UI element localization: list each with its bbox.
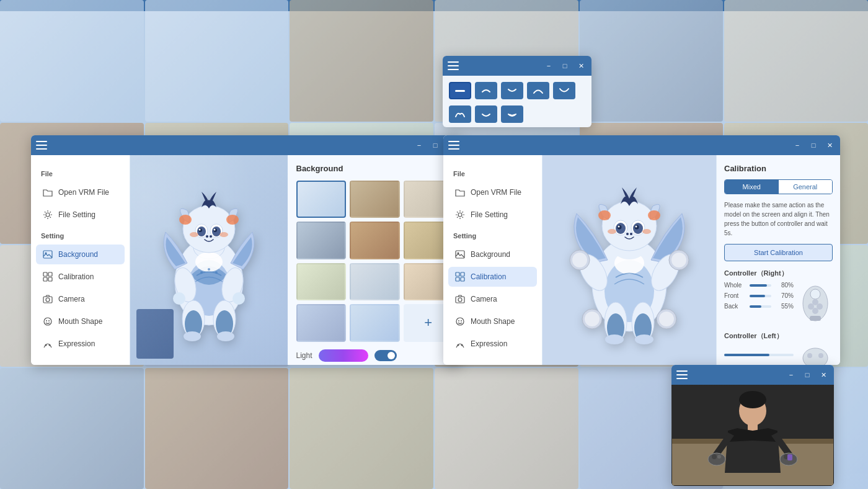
mouth-shape-item[interactable] — [501, 82, 523, 99]
svg-point-68 — [671, 253, 686, 267]
menu-icon[interactable] — [448, 141, 459, 150]
maximize-button[interactable]: □ — [559, 60, 570, 71]
svg-point-70 — [585, 312, 600, 326]
sidebar-item-file-setting[interactable]: File Setting — [448, 205, 537, 225]
sidebar-item-open-vrm[interactable]: Open VRM File — [36, 182, 125, 202]
calib-description: Please make the same action as the model… — [724, 200, 833, 238]
controller-left-image — [799, 344, 833, 365]
menu-icon[interactable] — [448, 61, 459, 70]
sidebar-item-calibration[interactable]: Calibration — [36, 267, 125, 287]
bg-thumb-item[interactable] — [296, 222, 347, 259]
mouth-shape-item[interactable] — [475, 82, 497, 99]
calib-tab-general[interactable]: General — [779, 180, 833, 194]
back-slider-track[interactable] — [750, 305, 771, 308]
expression-label: Expression — [58, 339, 95, 348]
maximize-button[interactable]: □ — [430, 140, 441, 151]
camera-window-body — [671, 385, 834, 486]
background-panel: Background + Light — [288, 155, 463, 365]
svg-rect-116 — [787, 454, 792, 460]
light-row: Light — [296, 349, 454, 362]
whole-slider-track[interactable] — [750, 284, 771, 287]
svg-point-42 — [190, 232, 198, 237]
svg-point-83 — [648, 210, 660, 220]
bg-grid-cell — [290, 0, 433, 122]
menu-icon[interactable] — [676, 370, 688, 379]
back-slider-row: Back 55% — [724, 303, 794, 310]
svg-rect-0 — [455, 90, 465, 92]
front-slider-track[interactable] — [750, 295, 771, 297]
file-setting-label: File Setting — [471, 210, 508, 219]
svg-point-57 — [458, 320, 459, 321]
bg-thumb-item[interactable] — [296, 181, 347, 218]
svg-rect-50 — [456, 272, 459, 276]
start-calibration-button[interactable]: Start Calibration — [724, 244, 833, 261]
calibration-label: Calibration — [471, 272, 506, 281]
minimize-button[interactable]: − — [543, 60, 554, 71]
svg-point-44 — [200, 271, 203, 274]
svg-point-41 — [210, 235, 212, 238]
mouth-shape-label: Mouth Shape — [58, 317, 102, 326]
sidebar-item-mouth-shape[interactable]: Mouth Shape — [36, 312, 125, 331]
close-button[interactable]: ✕ — [818, 369, 829, 380]
maximize-button[interactable]: □ — [802, 369, 813, 380]
calib-tab-mixed[interactable]: Mixed — [725, 180, 779, 194]
light-toggle[interactable] — [374, 350, 397, 361]
main-character-viewport — [130, 155, 288, 365]
svg-point-29 — [183, 205, 235, 253]
mouth-window-titlebar: − □ ✕ — [443, 56, 591, 76]
svg-point-72 — [659, 312, 674, 326]
sidebar-item-background[interactable]: Background — [448, 244, 537, 264]
close-button[interactable]: ✕ — [575, 60, 587, 71]
mouth-icon — [454, 316, 466, 327]
sidebar-item-expression[interactable]: Expression — [448, 334, 537, 354]
mouth-shape-item[interactable] — [449, 82, 471, 99]
sidebar-item-expression[interactable]: Expression — [36, 334, 125, 354]
bg-thumb-item[interactable] — [350, 181, 400, 218]
svg-point-11 — [46, 320, 47, 321]
bg-grid-cell — [145, 368, 289, 490]
bg-grid-cell — [145, 0, 289, 122]
sidebar-item-file-setting[interactable]: File Setting — [36, 205, 125, 225]
main-window-body: File Open VRM File File Setting Setting … — [31, 155, 462, 365]
controller-left-label: Controller（Left） — [724, 331, 833, 341]
sidebar-item-camera[interactable]: Camera — [36, 289, 125, 309]
front-value: 70% — [775, 292, 794, 299]
sidebar-item-open-vrm[interactable]: Open VRM File — [448, 182, 537, 202]
mouth-shape-item[interactable] — [501, 105, 523, 123]
mouth-shape-item[interactable] — [527, 82, 549, 99]
close-button[interactable]: ✕ — [824, 140, 835, 151]
minimize-button[interactable]: − — [414, 140, 425, 151]
sidebar-item-calibration[interactable]: Calibration — [448, 267, 537, 287]
sidebar-item-mouth-shape[interactable]: Mouth Shape — [448, 312, 537, 331]
bg-thumb-item[interactable] — [350, 304, 400, 341]
svg-point-43 — [219, 232, 228, 237]
gear-icon — [42, 209, 53, 220]
mouth-shape-item[interactable] — [475, 105, 497, 123]
back-value: 55% — [775, 303, 794, 310]
svg-point-112 — [712, 454, 717, 459]
svg-point-113 — [717, 455, 721, 459]
minimize-button[interactable]: − — [792, 140, 803, 151]
svg-point-31 — [226, 215, 239, 225]
mouth-shape-item[interactable] — [449, 105, 471, 123]
menu-icon[interactable] — [36, 141, 47, 150]
sidebar-item-camera[interactable]: Camera — [448, 289, 537, 309]
whole-value: 80% — [775, 282, 794, 289]
calibration-window-body: File Open VRM File File Setting Setting … — [443, 155, 840, 365]
bg-thumb-item[interactable] — [296, 304, 347, 341]
camera-window: − □ ✕ — [671, 365, 834, 486]
bg-thumb-item[interactable] — [350, 222, 400, 259]
sidebar-item-background[interactable]: Background — [36, 244, 125, 264]
svg-point-12 — [48, 320, 50, 321]
svg-point-13 — [45, 344, 47, 346]
minimize-button[interactable]: − — [786, 369, 797, 380]
open-vrm-label: Open VRM File — [58, 188, 109, 197]
background-label: Background — [471, 250, 510, 259]
light-label: Light — [296, 351, 312, 360]
folder-icon — [42, 187, 53, 198]
svg-point-30 — [179, 215, 192, 225]
bg-thumb-item[interactable] — [296, 263, 347, 300]
bg-thumb-item[interactable] — [350, 263, 400, 300]
mouth-shape-item[interactable] — [553, 82, 575, 99]
maximize-button[interactable]: □ — [808, 140, 819, 151]
